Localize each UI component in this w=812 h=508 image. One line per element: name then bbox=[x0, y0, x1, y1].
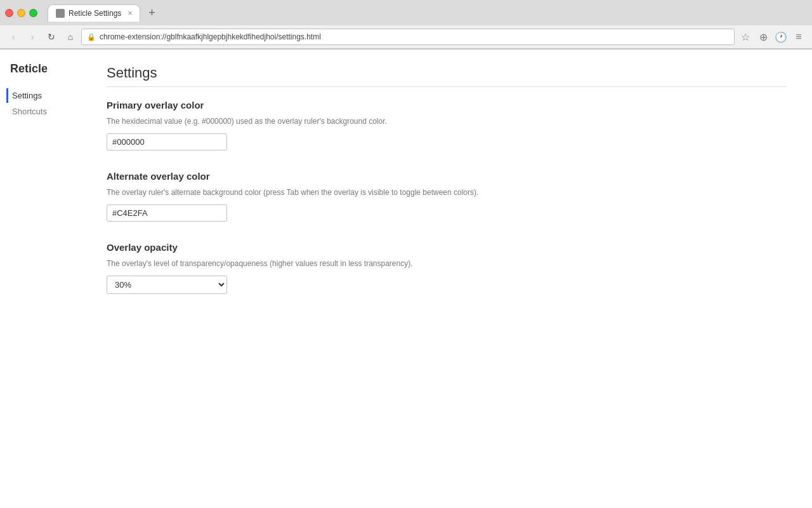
alternate-overlay-color-input[interactable] bbox=[107, 204, 227, 222]
back-button[interactable]: ‹ bbox=[5, 29, 22, 45]
alternate-overlay-color-title: Alternate overlay color bbox=[107, 171, 787, 182]
overlay-opacity-select[interactable]: 10% 20% 30% 40% 50% 60% 70% 80% 90% 100% bbox=[107, 276, 227, 294]
primary-overlay-color-section: Primary overlay color The hexidecimal va… bbox=[107, 100, 787, 150]
nav-items: Settings Shortcuts bbox=[10, 88, 88, 119]
menu-button[interactable]: ≡ bbox=[790, 29, 807, 45]
tab-close-button[interactable]: × bbox=[128, 9, 132, 18]
overlay-opacity-section: Overlay opacity The overlay's level of t… bbox=[107, 242, 787, 294]
forward-button[interactable]: › bbox=[24, 29, 41, 45]
title-bar: Reticle Settings × + bbox=[0, 0, 812, 25]
home-button[interactable]: ⌂ bbox=[62, 29, 79, 45]
overlay-opacity-description: The overlay's level of transparency/opaq… bbox=[107, 258, 787, 269]
address-input[interactable] bbox=[100, 32, 729, 41]
history-button[interactable]: 🕐 bbox=[773, 29, 789, 45]
sidebar: Reticle Settings Shortcuts bbox=[0, 50, 88, 508]
sidebar-item-shortcuts[interactable]: Shortcuts bbox=[6, 104, 88, 119]
address-bar[interactable]: 🔒 bbox=[81, 29, 735, 45]
primary-overlay-color-title: Primary overlay color bbox=[107, 100, 787, 110]
close-button[interactable] bbox=[5, 9, 13, 17]
security-icon: 🔒 bbox=[87, 33, 96, 41]
page-title: Settings bbox=[107, 65, 787, 87]
new-tab-button[interactable]: + bbox=[143, 4, 160, 22]
overlay-opacity-title: Overlay opacity bbox=[107, 242, 787, 253]
minimize-button[interactable] bbox=[17, 9, 25, 17]
app-name: Reticle bbox=[10, 62, 88, 76]
tab-bar: Reticle Settings × + bbox=[43, 4, 160, 22]
toolbar: ‹ › ↻ ⌂ 🔒 ☆ ⊕ 🕐 ≡ bbox=[0, 25, 812, 49]
reload-button[interactable]: ↻ bbox=[43, 29, 60, 45]
alternate-overlay-color-description: The overlay ruler's alternate background… bbox=[107, 187, 787, 198]
browser-chrome: Reticle Settings × + ‹ › ↻ ⌂ 🔒 ☆ ⊕ 🕐 ≡ bbox=[0, 0, 812, 50]
main-content: Settings Primary overlay color The hexid… bbox=[88, 50, 812, 508]
maximize-button[interactable] bbox=[29, 9, 37, 17]
tab-title: Reticle Settings bbox=[69, 9, 121, 18]
sidebar-item-settings[interactable]: Settings bbox=[6, 88, 88, 103]
bookmark-button[interactable]: ☆ bbox=[737, 29, 754, 45]
tab-favicon bbox=[56, 9, 65, 18]
extensions-button[interactable]: ⊕ bbox=[755, 29, 771, 45]
active-tab[interactable]: Reticle Settings × bbox=[48, 4, 140, 22]
window-controls bbox=[5, 9, 37, 17]
page: Reticle Settings Shortcuts Settings Prim… bbox=[0, 50, 812, 508]
primary-overlay-color-description: The hexidecimal value (e.g. #000000) use… bbox=[107, 116, 787, 127]
primary-overlay-color-input[interactable] bbox=[107, 133, 227, 150]
toolbar-right: ☆ ⊕ 🕐 ≡ bbox=[737, 29, 807, 45]
alternate-overlay-color-section: Alternate overlay color The overlay rule… bbox=[107, 171, 787, 222]
